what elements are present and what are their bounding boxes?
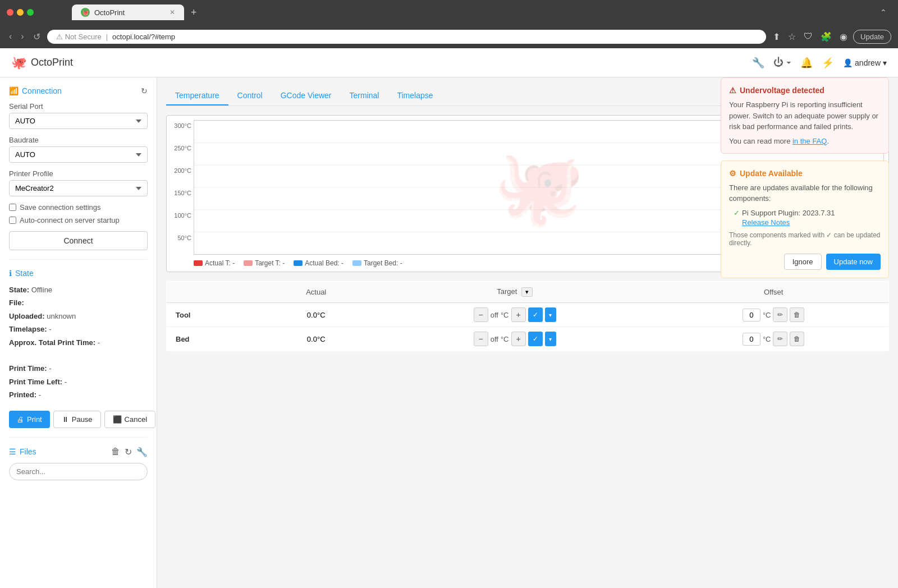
flash-icon[interactable]: ⚡: [822, 57, 834, 69]
notification-bell-icon[interactable]: 🔔: [800, 57, 813, 69]
undervoltage-link-after: .: [827, 137, 829, 145]
bookmark-icon[interactable]: ☆: [786, 29, 798, 44]
undervoltage-body: Your Raspberry Pi is reporting insuffici…: [729, 99, 881, 132]
active-tab[interactable]: 🐙 OctoPrint ✕: [72, 4, 184, 20]
approx-print-time-row: Approx. Total Print Time: -: [9, 336, 148, 349]
legend-actual-t: Actual T: -: [194, 259, 235, 267]
col-header-target: Target ▾: [371, 282, 659, 303]
connection-title: Connection: [22, 86, 62, 95]
print-button[interactable]: 🖨 Print: [9, 411, 50, 428]
uploaded-value: unknown: [47, 312, 76, 320]
tool-offset-edit-button[interactable]: ✏: [773, 307, 787, 322]
undervoltage-faq-link[interactable]: in the FAQ: [792, 137, 827, 145]
bed-name-cell: Bed: [167, 327, 262, 351]
info-icon: ℹ: [9, 269, 12, 278]
profile-icon[interactable]: ◉: [837, 29, 850, 44]
address-bar[interactable]: ⚠ Not Secure | octopi.local/?#temp: [47, 30, 766, 44]
release-notes-link[interactable]: Release Notes: [742, 218, 835, 227]
pause-icon: ⏸: [62, 415, 69, 424]
shield-icon[interactable]: 🛡: [801, 29, 815, 44]
table-row-tool: Tool 0.0°C − off °C + ✓ ▾: [167, 303, 889, 327]
connect-button[interactable]: Connect: [9, 231, 148, 250]
tab-timelapse[interactable]: Timelapse: [388, 86, 442, 105]
address-bar-row: ‹ › ↺ ⚠ Not Secure | octopi.local/?#temp…: [0, 25, 898, 48]
back-button[interactable]: ‹: [7, 29, 14, 44]
tool-target-dropdown-button[interactable]: ▾: [545, 307, 556, 322]
refresh-button[interactable]: ↺: [31, 29, 43, 44]
tab-terminal[interactable]: Terminal: [341, 86, 388, 105]
bed-offset-delete-button[interactable]: 🗑: [790, 332, 804, 346]
col-header-offset: Offset: [658, 282, 888, 303]
update-available-body: There are updates available for the foll…: [729, 182, 881, 204]
timelapse-label: Timelapse:: [9, 325, 47, 333]
save-connection-label[interactable]: Save connection settings: [20, 203, 101, 212]
auto-connect-checkbox[interactable]: [9, 217, 16, 224]
state-label: State:: [9, 286, 29, 294]
pause-button[interactable]: ⏸ Pause: [53, 411, 101, 428]
extensions-icon[interactable]: 🧩: [818, 29, 834, 44]
update-available-alert-title: ⚙ Update Available: [729, 169, 881, 178]
legend-actual-t-color: [194, 260, 203, 266]
state-value: Offline: [31, 286, 52, 294]
tab-temperature[interactable]: Temperature: [166, 86, 228, 105]
auto-connect-label[interactable]: Auto-connect on server startup: [20, 216, 120, 224]
legend-target-t: Target T: -: [244, 259, 285, 267]
y-label-100: 100°C: [171, 212, 191, 219]
cancel-button[interactable]: ⬛ Cancel: [104, 411, 155, 428]
bed-target-confirm-button[interactable]: ✓: [528, 332, 543, 346]
tool-offset-input[interactable]: [743, 309, 760, 321]
cancel-icon: ⬛: [113, 415, 122, 424]
bed-offset-edit-button[interactable]: ✏: [773, 332, 787, 346]
timelapse-value: -: [49, 325, 51, 333]
lock-icon: ⚠: [56, 33, 63, 41]
maximize-button[interactable]: [27, 9, 34, 16]
baudrate-select[interactable]: AUTO: [9, 146, 148, 163]
not-secure-indicator: ⚠ Not Secure: [56, 33, 102, 41]
bed-target-dropdown-button[interactable]: ▾: [545, 332, 556, 346]
user-menu[interactable]: 👤 andrew ▾: [843, 58, 887, 67]
save-connection-checkbox[interactable]: [9, 204, 16, 211]
update-now-button[interactable]: Update now: [826, 254, 881, 270]
connection-refresh-icon[interactable]: ↻: [141, 86, 148, 95]
notifications-panel: ⚠ Undervoltage detected Your Raspberry P…: [721, 77, 889, 278]
printer-profile-select[interactable]: MeCreator2: [9, 180, 148, 196]
power-icon[interactable]: ⏻ ▾: [773, 57, 791, 68]
upload-icon[interactable]: 🗑: [111, 447, 120, 457]
minimize-button[interactable]: [17, 9, 24, 16]
undervoltage-link-before: You can read more: [729, 137, 792, 145]
tab-close-button[interactable]: ✕: [169, 8, 175, 16]
share-icon[interactable]: ⬆: [771, 29, 782, 44]
new-tab-button[interactable]: +: [186, 4, 201, 21]
bed-target-unit: °C: [501, 335, 509, 343]
files-search-input[interactable]: [9, 463, 148, 480]
chrome-update-button[interactable]: Update: [853, 30, 891, 44]
y-label-50: 50°C: [171, 235, 191, 241]
octoprint-logo-icon: 🐙: [11, 56, 26, 70]
tool-offset-delete-button[interactable]: 🗑: [790, 307, 804, 322]
target-col-options-button[interactable]: ▾: [521, 287, 533, 297]
tab-control[interactable]: Control: [228, 86, 272, 105]
serial-port-select[interactable]: AUTO: [9, 113, 148, 129]
update-available-alert: ⚙ Update Available There are updates ava…: [721, 160, 889, 278]
y-label-150: 150°C: [171, 190, 191, 196]
print-icon: 🖨: [17, 415, 24, 424]
files-wrench-icon[interactable]: 🔧: [136, 447, 148, 457]
tool-target-confirm-button[interactable]: ✓: [528, 307, 543, 322]
files-refresh-icon[interactable]: ↻: [125, 447, 132, 457]
forward-button[interactable]: ›: [19, 29, 26, 44]
tool-target-decrease-button[interactable]: −: [474, 307, 488, 322]
bed-target-increase-button[interactable]: +: [511, 332, 526, 346]
close-button[interactable]: [7, 9, 13, 16]
user-chevron-icon: ▾: [883, 58, 887, 67]
settings-icon[interactable]: 🔧: [752, 57, 764, 69]
signal-icon: 📶: [9, 86, 19, 95]
printer-profile-label: Printer Profile: [9, 169, 148, 178]
undervoltage-link-line: You can read more in the FAQ.: [729, 137, 881, 145]
bed-target-decrease-button[interactable]: −: [474, 332, 488, 346]
tab-gcode-viewer[interactable]: GCode Viewer: [272, 86, 341, 105]
bed-offset-input[interactable]: [743, 333, 760, 346]
tool-target-increase-button[interactable]: +: [511, 307, 526, 322]
ignore-button[interactable]: Ignore: [784, 254, 822, 270]
baudrate-label: Baudrate: [9, 136, 148, 144]
tool-name-cell: Tool: [167, 303, 262, 327]
